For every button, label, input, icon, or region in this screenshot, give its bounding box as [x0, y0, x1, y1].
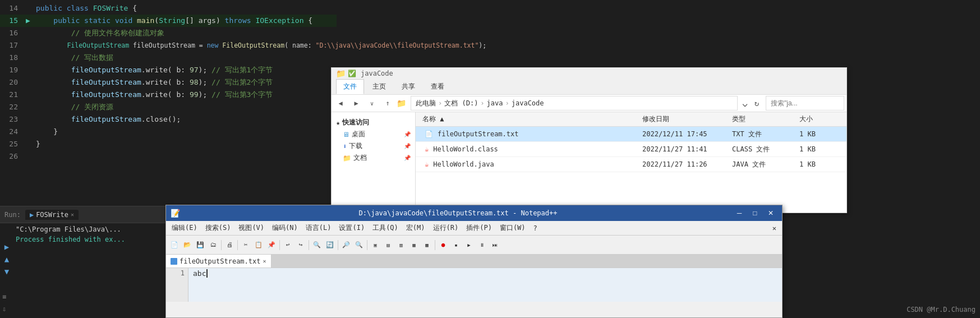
npp-minimize-button[interactable]: ─	[733, 208, 746, 218]
npp-menu-language[interactable]: 语言(L)	[302, 222, 335, 234]
run-up-icon[interactable]: ▲	[2, 255, 11, 264]
npp-tool-b9[interactable]: ⏸	[476, 239, 488, 251]
fe-tab-file[interactable]: 文件	[336, 79, 364, 94]
npp-tool-print[interactable]: 🖨	[223, 239, 236, 251]
npp-x-close[interactable]: ✕	[769, 223, 780, 233]
npp-tabs: fileOutputStream.txt ✕	[166, 255, 782, 268]
npp-editor-area[interactable]: 1 abc	[166, 268, 782, 302]
code-line-22: 22 // 关闭资源	[0, 101, 337, 113]
npp-menu-run[interactable]: 运行(R)	[430, 222, 462, 234]
npp-tool-b8[interactable]: ▶	[463, 239, 475, 251]
npp-maximize-button[interactable]: □	[748, 208, 762, 218]
fe-file-row-3[interactable]: ☕ HelloWorld.java 2022/11/27 11:26 JAVA …	[416, 157, 846, 172]
fe-search-input[interactable]	[766, 96, 844, 110]
npp-tool-copy[interactable]: 📋	[252, 239, 265, 251]
line-number-15: 15	[0, 15, 22, 27]
fe-file-class-icon: ☕	[422, 144, 431, 154]
npp-tool-find[interactable]: 🔍	[311, 239, 323, 251]
npp-tool-b4[interactable]: ▦	[408, 239, 420, 251]
fe-file-row-1[interactable]: 📄 fileOutputStream.txt 2022/12/11 17:45 …	[416, 127, 846, 142]
npp-tab-file[interactable]: fileOutputStream.txt ✕	[166, 255, 272, 268]
line-number-17: 17	[0, 39, 22, 52]
line-content-17: FileOutputStream fileOutputStream = new …	[34, 39, 486, 52]
file-explorer-window[interactable]: 📁 ✅ javaCode 文件 主页 共享 查看 ◀ ▶ ∨ ↑ 📁 此电脑 ›…	[331, 67, 847, 213]
run-icon-2[interactable]: ⇩	[2, 305, 6, 313]
fe-sidebar-docs[interactable]: 📁 文档 📌	[334, 152, 413, 164]
npp-tool-redo[interactable]: ↪	[295, 239, 307, 251]
fe-col-name[interactable]: 名称 ▲	[420, 113, 640, 125]
run-tab-icon: ▶	[30, 211, 34, 219]
npp-tool-b3[interactable]: ▥	[395, 239, 407, 251]
fe-col-date[interactable]: 修改日期	[640, 113, 730, 125]
npp-tool-b1[interactable]: ▣	[369, 239, 381, 251]
fe-check-icon: ✅	[348, 70, 356, 77]
npp-code-area[interactable]: abc	[188, 268, 782, 302]
fe-table-header: 名称 ▲ 修改日期 类型 大小	[416, 112, 846, 127]
fe-tab-share[interactable]: 共享	[394, 79, 422, 94]
npp-tool-b7[interactable]: ▪	[450, 239, 462, 251]
line-content-15: public static void main(String[] args) t…	[34, 15, 337, 27]
run-icon-1[interactable]: ≡	[2, 293, 6, 301]
fe-dropdown-icon[interactable]: ⌵	[742, 98, 748, 109]
npp-tool-zoom-out[interactable]: 🔍	[353, 239, 365, 251]
line-number-19: 19	[0, 64, 22, 76]
npp-code-content: abc	[193, 269, 206, 278]
line-number-26: 26	[0, 150, 22, 163]
code-line-25: 25 }	[0, 138, 337, 150]
npp-tab-close-icon[interactable]: ✕	[263, 258, 266, 264]
fe-breadcrumb[interactable]: 此电脑 › 文档 (D:) › java › javaCode	[411, 96, 738, 110]
fe-col-size[interactable]: 大小	[797, 113, 842, 125]
npp-menu-settings[interactable]: 设置(I)	[335, 222, 368, 234]
npp-menu-plugins[interactable]: 插件(P)	[463, 222, 495, 234]
fe-title-text: javaCode	[361, 70, 393, 77]
npp-title-bar: 📝 D:\java\javaCode\fileOutputStream.txt …	[166, 205, 782, 221]
fe-sidebar-desktop[interactable]: 🖥 桌面 📌	[334, 128, 413, 140]
run-down-icon[interactable]: ▼	[2, 267, 11, 276]
npp-tool-open[interactable]: 📂	[181, 239, 194, 251]
npp-tool-save[interactable]: 💾	[194, 239, 206, 251]
code-line-14: 14 public class FOSWrite {	[0, 2, 337, 15]
npp-tool-b6[interactable]: ●	[437, 239, 449, 251]
npp-menu-encoding[interactable]: 编码(N)	[269, 222, 301, 234]
npp-tool-b2[interactable]: ▤	[382, 239, 394, 251]
npp-tool-new[interactable]: 📄	[168, 239, 181, 251]
npp-tool-cut[interactable]: ✂	[240, 239, 252, 251]
fe-tab-home[interactable]: 主页	[365, 79, 393, 94]
fe-refresh-button[interactable]: ↻	[750, 96, 763, 110]
fe-back-button[interactable]: ◀	[334, 96, 347, 110]
fe-download-icon: ⬇	[343, 142, 347, 150]
fe-folder-breadcrumb-icon: 📁	[397, 99, 406, 108]
run-tab-foswrite[interactable]: ▶ FOSWrite ✕	[25, 210, 79, 220]
npp-menu-search[interactable]: 搜索(S)	[202, 222, 234, 234]
npp-tool-b10[interactable]: ⏭	[489, 239, 501, 251]
run-label: Run:	[4, 211, 21, 219]
npp-menu-tools[interactable]: 工具(Q)	[369, 222, 402, 234]
npp-icon: 📝	[171, 209, 180, 218]
npp-menu-window[interactable]: 窗口(W)	[496, 222, 529, 234]
fe-tab-view[interactable]: 查看	[424, 79, 452, 94]
npp-tool-b5[interactable]: ▩	[421, 239, 433, 251]
line-content-23: fileOutputStream.close();	[34, 113, 337, 126]
npp-tool-saveall[interactable]: 🗂	[207, 239, 219, 251]
fe-forward-button[interactable]: ▶	[349, 96, 363, 110]
npp-tool-zoom-in[interactable]: 🔎	[340, 239, 352, 251]
line-number-18: 18	[0, 52, 22, 64]
npp-tool-undo[interactable]: ↩	[282, 239, 294, 251]
npp-tool-replace[interactable]: 🔄	[324, 239, 336, 251]
notepad-window[interactable]: 📝 D:\java\javaCode\fileOutputStream.txt …	[165, 205, 783, 318]
npp-menu-edit[interactable]: 编辑(E)	[168, 222, 201, 234]
npp-menu-view[interactable]: 视图(V)	[235, 222, 268, 234]
npp-menu-macro[interactable]: 宏(M)	[403, 222, 429, 234]
fe-col-type[interactable]: 类型	[730, 113, 797, 125]
npp-menu-help[interactable]: ?	[530, 223, 541, 233]
npp-close-button[interactable]: ✕	[764, 208, 777, 218]
run-tab-close-icon[interactable]: ✕	[71, 211, 74, 218]
fe-file-row-2[interactable]: ☕ HelloWorld.class 2022/11/27 11:41 CLAS…	[416, 142, 846, 157]
fe-docs-icon: 📁	[343, 154, 351, 162]
run-vertical-icons: ≡ ⇩	[2, 293, 6, 313]
run-play-icon[interactable]: ▶	[2, 242, 11, 251]
npp-tool-paste[interactable]: 📌	[265, 239, 278, 251]
fe-sidebar-downloads[interactable]: ⬇ 下载 📌	[334, 140, 413, 152]
fe-parent-button[interactable]: ↑	[381, 96, 394, 110]
fe-up-button[interactable]: ∨	[365, 96, 379, 110]
